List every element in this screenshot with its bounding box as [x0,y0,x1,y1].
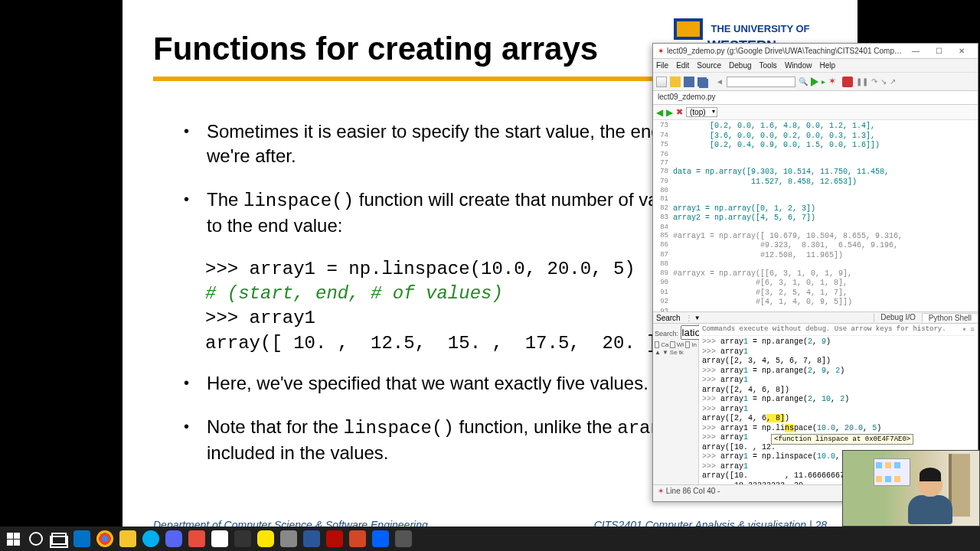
logo-line1: THE UNIVERSITY OF [710,23,809,34]
opt-case-lbl: Ca [661,341,668,348]
code-l4: array([ 10. , 12.5, 15. , 17.5, 20. ] [205,333,658,354]
pause-icon[interactable]: ❚❚ [856,77,868,86]
shell-menu-icon[interactable]: ≡ [971,326,975,334]
step-out-icon[interactable]: ↗ [890,77,896,86]
menu-window[interactable]: Window [785,61,812,70]
opt-tk-lbl: tk [679,349,684,356]
ide-menubar: File Edit Source Debug Tools Window Help [653,59,978,73]
opt-in-lbl: In [691,341,697,348]
start-button[interactable] [5,530,21,547]
search-icon[interactable]: 🔍 [799,77,808,86]
code-l2: # (start, end, # of values) [205,283,503,304]
opt-in[interactable] [685,341,690,348]
ide-toolbar: ◄ 🔍 ▸ ✶ ❚❚ ↷ ↘ ↗ [653,73,978,91]
ide-title-text: lect09_zdemo.py (g:\Google Drive\UWA\Tea… [667,47,904,55]
run-icon[interactable] [811,77,818,86]
nav-up-icon[interactable]: ▲ [655,349,661,356]
b4-mid: function, unlike the [454,416,617,437]
app-icon: ✶ [658,47,664,55]
tab-debug-io[interactable]: Debug I/O [874,313,922,322]
taskbar-paint-icon[interactable] [280,530,297,547]
nav-close-icon[interactable]: ✖ [676,107,683,117]
taskbar-store-icon[interactable] [211,530,228,547]
taskbar-chrome-icon[interactable] [96,530,113,547]
nav-back-icon[interactable]: ◀ [656,107,663,118]
step-in-icon[interactable]: ↘ [880,77,887,86]
b2-pre: The [207,189,243,210]
toolbar-search-input[interactable] [727,77,795,87]
cortana-button[interactable] [28,530,44,547]
taskbar-word-icon[interactable] [303,530,320,547]
save-all-icon[interactable] [697,77,707,86]
middle-bar: Search ⋮ ▼ Debug I/O Python Shell [653,311,978,324]
task-view-button[interactable] [51,530,67,547]
back-icon[interactable]: ◄ [716,77,724,86]
webcam-board [874,458,910,486]
shell-bug-icon[interactable]: ✶ [962,326,966,334]
taskbar-acrobat-icon[interactable] [326,530,343,547]
menu-tools[interactable]: Tools [760,61,777,70]
open-file-icon[interactable] [670,77,681,87]
opt-case[interactable] [655,341,659,348]
save-icon[interactable] [684,77,694,87]
code-l1: >>> array1 = np.linspace(10.0, 20.0, 5) [205,259,635,279]
minimize-button[interactable]: — [904,47,927,55]
taskbar-outlook-icon[interactable] [74,530,90,547]
bug-icon[interactable]: ✶ [828,77,839,87]
stop-icon[interactable] [842,77,853,87]
webcam-overlay [842,450,980,527]
menu-help[interactable]: Help [819,61,835,70]
opt-whole-lbl: Wł [677,341,684,348]
b4-pre: Note that for the [207,416,344,437]
windows-taskbar[interactable] [0,527,980,551]
menu-debug[interactable]: Debug [729,61,751,70]
taskbar-dropbox-icon[interactable] [372,530,389,547]
opt-se-lbl: Se [670,349,678,356]
new-file-icon[interactable] [656,77,667,87]
step-over-icon[interactable]: ↷ [871,77,877,86]
shell-hint: Commands execute without debug. Use arro… [702,325,975,336]
shell-hint-text: Commands execute without debug. Use arro… [702,325,946,334]
tooltip: <function linspace at 0x0E4F7AE0> [771,434,913,445]
b2-code: linspace() [243,191,354,211]
ide-titlebar[interactable]: ✶ lect09_zdemo.py (g:\Google Drive\UWA\T… [653,44,978,59]
taskbar-skype-icon[interactable] [142,530,159,547]
status-text: Line 86 Col 40 - [666,487,720,495]
code-l3: >>> array1 [205,308,315,328]
taskbar-powerpoint-icon[interactable] [349,530,366,547]
taskbar-explorer-icon[interactable] [119,530,136,547]
search-dropdown-icon[interactable]: ▼ [694,315,701,321]
b4-code: linspace() [344,418,454,439]
nav-fwd-icon[interactable]: ▶ [666,107,673,118]
close-button[interactable]: ✕ [950,47,973,55]
taskbar-ide-icon[interactable] [395,530,412,547]
code-editor[interactable]: 73 [0.2, 0.0, 1.6, 4.8, 0.0, 1.2, 1.4],7… [653,120,978,311]
debug-run-icon[interactable]: ▸ [822,77,825,86]
taskbar-kakao-icon[interactable] [257,530,274,547]
crest-icon [674,18,703,40]
editor-nav: ◀ ▶ ✖ (top) [653,105,978,120]
maximize-button[interactable]: ☐ [927,47,950,55]
taskbar-notes-icon[interactable] [234,530,251,547]
taskbar-apps-icon[interactable] [188,530,205,547]
search-options-panel: Search: CaWłIn ▲▼Se tk [653,324,699,484]
taskbar-discord-icon[interactable] [165,530,182,547]
nav-down-icon[interactable]: ▼ [662,349,668,356]
search-label: Search [653,314,684,322]
ide-window: ✶ lect09_zdemo.py (g:\Google Drive\UWA\T… [652,43,978,502]
tab-python-shell[interactable]: Python Shell [922,313,978,322]
webcam-person [906,471,955,526]
menu-source[interactable]: Source [697,61,721,70]
editor-tab[interactable]: lect09_zdemo.py [653,91,978,105]
menu-edit[interactable]: Edit [676,61,689,70]
opt-whole[interactable] [670,341,675,348]
scope-select[interactable]: (top) [686,107,717,117]
menu-file[interactable]: File [656,61,668,70]
